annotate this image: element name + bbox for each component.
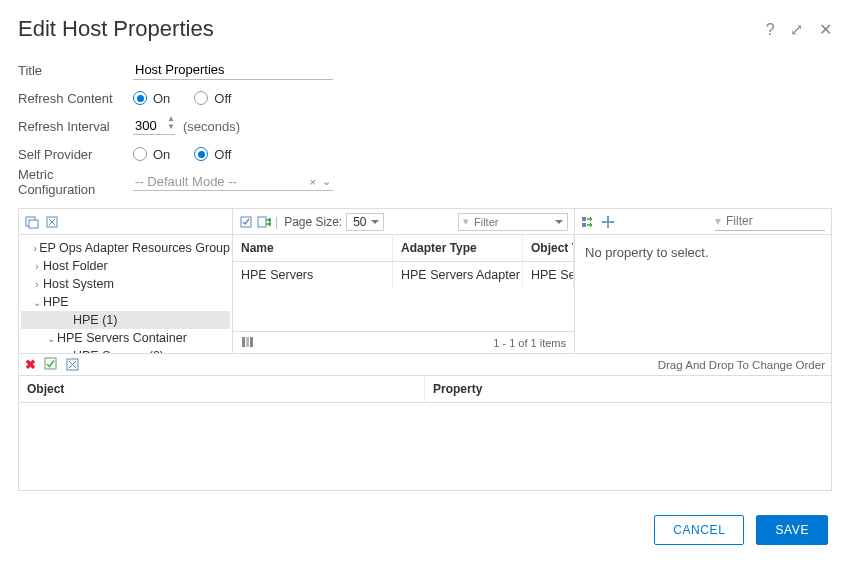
cancel-button[interactable]: CANCEL (654, 515, 744, 545)
radio-label: On (153, 147, 170, 162)
tree-item-label: HPE Servers Container (57, 331, 187, 345)
self-provider-label: Self Provider (18, 147, 133, 162)
metric-config-value: -- Default Mode -- (135, 174, 237, 189)
chevron-down-icon[interactable]: ⌄ (322, 175, 331, 188)
columns-icon[interactable] (241, 336, 255, 350)
middle-panes: ›EP Ops Adapter Resources Group ›Host Fo… (18, 208, 832, 354)
results-toolbar: | Page Size: 50 ▾ (233, 209, 574, 235)
expand-icon[interactable]: › (31, 279, 43, 290)
svg-rect-7 (242, 337, 245, 347)
cell-object-type: HPE Se (523, 262, 574, 288)
tree-pane: ›EP Ops Adapter Resources Group ›Host Fo… (19, 209, 233, 353)
page-size-label: Page Size: (284, 215, 342, 229)
refresh-content-on-radio[interactable]: On (133, 91, 170, 106)
deselect-all-icon[interactable] (65, 358, 79, 372)
col-object-type[interactable]: Object T (523, 235, 574, 261)
results-pane: | Page Size: 50 ▾ Name Adapter Type Obje… (233, 209, 575, 353)
results-row[interactable]: HPE Servers HPE Servers Adapter HPE Se (233, 262, 574, 289)
self-provider-on-radio[interactable]: On (133, 147, 170, 162)
cell-name: HPE Servers (233, 262, 393, 288)
tree-item-label: EP Ops Adapter Resources Group (39, 241, 230, 255)
selection-toolbar: ✖ Drag And Drop To Change Order (19, 354, 831, 376)
results-header: Name Adapter Type Object T (233, 235, 574, 262)
col-adapter[interactable]: Adapter Type (393, 235, 523, 261)
tree-item[interactable]: ›Host System (21, 275, 230, 293)
properties-filter-input[interactable] (724, 213, 825, 229)
funnel-icon: ▾ (715, 214, 721, 228)
title-label: Title (18, 63, 133, 78)
svg-rect-9 (250, 337, 253, 347)
svg-rect-12 (45, 358, 56, 369)
properties-filter[interactable]: ▾ (715, 213, 825, 231)
col-object[interactable]: Object (19, 376, 425, 402)
properties-empty: No property to select. (575, 235, 831, 270)
close-icon[interactable]: ✕ (819, 21, 832, 38)
col-name[interactable]: Name (233, 235, 393, 261)
tree-item-label: HPE (1) (73, 313, 117, 327)
tree-item[interactable]: ›EP Ops Adapter Resources Group (21, 239, 230, 257)
selection-pane: ✖ Drag And Drop To Change Order Object P… (18, 354, 832, 491)
svg-rect-11 (582, 223, 586, 227)
results-footer: 1 - 1 of 1 items (233, 331, 574, 353)
selection-header: Object Property (19, 376, 831, 403)
refresh-content-off-radio[interactable]: Off (194, 91, 231, 106)
selection-body (19, 403, 831, 490)
expand-icon[interactable]: › (31, 261, 43, 272)
svg-rect-1 (29, 220, 38, 228)
deselect-all-icon[interactable] (45, 215, 59, 229)
properties-pane: ▾ No property to select. (575, 209, 831, 353)
collapse-icon[interactable]: ⌄ (31, 297, 43, 308)
select-all-icon[interactable] (44, 357, 57, 372)
radio-label: On (153, 91, 170, 106)
show-common-icon[interactable] (581, 215, 595, 229)
collapse-icon[interactable]: ⌄ (45, 333, 57, 344)
save-button[interactable]: SAVE (756, 515, 828, 545)
dialog-title: Edit Host Properties (18, 16, 214, 42)
refresh-interval-unit: (seconds) (183, 119, 240, 134)
radio-label: Off (214, 147, 231, 162)
cell-adapter: HPE Servers Adapter (393, 262, 523, 288)
title-input[interactable] (133, 60, 333, 80)
tree-item[interactable]: ›Host Folder (21, 257, 230, 275)
dialog-footer: CANCEL SAVE (18, 501, 832, 549)
tree-item-label: Host Folder (43, 259, 108, 273)
svg-rect-6 (258, 217, 266, 227)
expand-icon[interactable]: › (31, 243, 39, 254)
properties-toolbar: ▾ (575, 209, 831, 235)
page-size-select[interactable]: 50 (346, 213, 383, 231)
refresh-interval-label: Refresh Interval (18, 119, 133, 134)
metric-config-select[interactable]: -- Default Mode -- ×⌄ (133, 173, 333, 191)
svg-rect-8 (246, 337, 249, 347)
tree-item-selected[interactable]: HPE (1) (21, 311, 230, 329)
expand-icon[interactable]: ⤢ (790, 21, 803, 38)
col-property[interactable]: Property (425, 376, 831, 402)
object-tree: ›EP Ops Adapter Resources Group ›Host Fo… (19, 235, 232, 353)
tree-item-label: HPE (43, 295, 69, 309)
tree-item-label: Host System (43, 277, 114, 291)
remove-icon[interactable]: ✖ (25, 357, 36, 372)
tree-item[interactable]: ⌄HPE (21, 293, 230, 311)
form-area: Title Refresh Content On Off Refresh Int… (18, 56, 832, 196)
select-page-icon[interactable] (257, 215, 271, 229)
self-provider-off-radio[interactable]: Off (194, 147, 231, 162)
help-icon[interactable]: ? (766, 21, 775, 38)
metric-config-label: Metric Configuration (18, 167, 133, 197)
interval-spinner[interactable]: ▲▼ (167, 115, 175, 131)
funnel-icon: ▾ (463, 215, 469, 228)
expand-tree-icon[interactable] (601, 215, 615, 229)
select-all-icon[interactable] (239, 215, 253, 229)
results-status: 1 - 1 of 1 items (493, 337, 566, 349)
tree-item[interactable]: HPE Servers (2) (21, 347, 230, 353)
refresh-content-label: Refresh Content (18, 91, 133, 106)
results-filter-input[interactable] (472, 215, 563, 229)
radio-label: Off (214, 91, 231, 106)
dialog-header: Edit Host Properties ? ⤢ ✕ (18, 10, 832, 56)
clear-icon[interactable]: × (310, 176, 316, 188)
results-filter[interactable]: ▾ (458, 213, 568, 231)
tree-item[interactable]: ⌄HPE Servers Container (21, 329, 230, 347)
svg-rect-10 (582, 217, 586, 221)
collapse-all-icon[interactable] (25, 215, 39, 229)
header-actions: ? ⤢ ✕ (754, 20, 832, 39)
edit-host-properties-dialog: Edit Host Properties ? ⤢ ✕ Title Refresh… (0, 0, 850, 563)
tree-toolbar (19, 209, 232, 235)
